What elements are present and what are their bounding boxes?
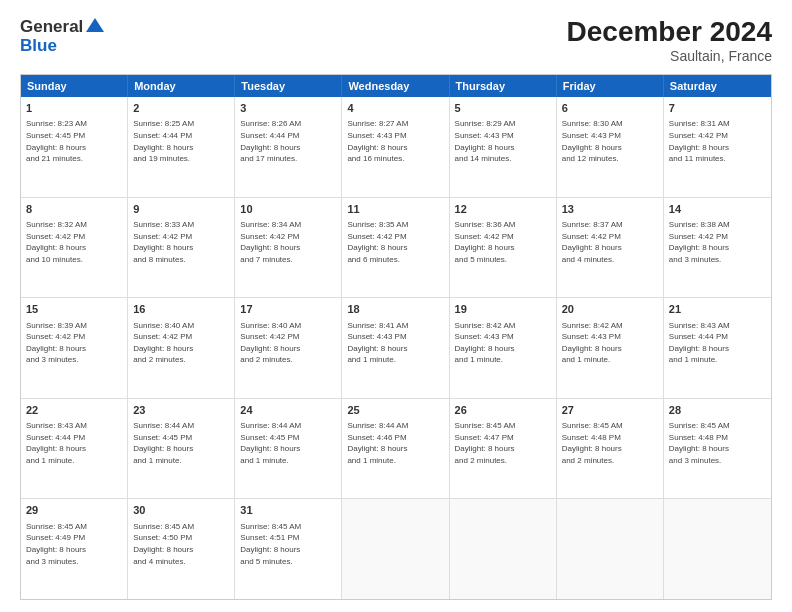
day-number: 7 (669, 101, 766, 116)
day-number: 19 (455, 302, 551, 317)
calendar-cell: 12Sunrise: 8:36 AM Sunset: 4:42 PM Dayli… (450, 198, 557, 298)
day-info: Sunrise: 8:32 AM Sunset: 4:42 PM Dayligh… (26, 219, 122, 265)
calendar-cell: 3Sunrise: 8:26 AM Sunset: 4:44 PM Daylig… (235, 97, 342, 197)
logo-icon (86, 16, 104, 34)
logo-blue-text: Blue (20, 36, 57, 56)
calendar-cell (557, 499, 664, 599)
cal-header-day: Monday (128, 75, 235, 97)
day-info: Sunrise: 8:45 AM Sunset: 4:47 PM Dayligh… (455, 420, 551, 466)
day-info: Sunrise: 8:44 AM Sunset: 4:45 PM Dayligh… (240, 420, 336, 466)
day-number: 24 (240, 403, 336, 418)
logo: General Blue (20, 16, 104, 56)
calendar-cell: 1Sunrise: 8:23 AM Sunset: 4:45 PM Daylig… (21, 97, 128, 197)
cal-header-day: Sunday (21, 75, 128, 97)
calendar-cell: 18Sunrise: 8:41 AM Sunset: 4:43 PM Dayli… (342, 298, 449, 398)
day-number: 2 (133, 101, 229, 116)
calendar-cell: 31Sunrise: 8:45 AM Sunset: 4:51 PM Dayli… (235, 499, 342, 599)
day-info: Sunrise: 8:44 AM Sunset: 4:46 PM Dayligh… (347, 420, 443, 466)
calendar-cell: 11Sunrise: 8:35 AM Sunset: 4:42 PM Dayli… (342, 198, 449, 298)
calendar-cell: 16Sunrise: 8:40 AM Sunset: 4:42 PM Dayli… (128, 298, 235, 398)
calendar-cell: 26Sunrise: 8:45 AM Sunset: 4:47 PM Dayli… (450, 399, 557, 499)
day-info: Sunrise: 8:42 AM Sunset: 4:43 PM Dayligh… (455, 320, 551, 366)
calendar-cell: 17Sunrise: 8:40 AM Sunset: 4:42 PM Dayli… (235, 298, 342, 398)
day-number: 30 (133, 503, 229, 518)
day-info: Sunrise: 8:30 AM Sunset: 4:43 PM Dayligh… (562, 118, 658, 164)
day-number: 1 (26, 101, 122, 116)
calendar-cell: 19Sunrise: 8:42 AM Sunset: 4:43 PM Dayli… (450, 298, 557, 398)
title-block: December 2024 Saultain, France (567, 16, 772, 64)
header: General Blue December 2024 Saultain, Fra… (20, 16, 772, 64)
calendar-cell: 23Sunrise: 8:44 AM Sunset: 4:45 PM Dayli… (128, 399, 235, 499)
day-info: Sunrise: 8:45 AM Sunset: 4:48 PM Dayligh… (562, 420, 658, 466)
day-info: Sunrise: 8:34 AM Sunset: 4:42 PM Dayligh… (240, 219, 336, 265)
calendar-cell: 25Sunrise: 8:44 AM Sunset: 4:46 PM Dayli… (342, 399, 449, 499)
calendar-cell: 20Sunrise: 8:42 AM Sunset: 4:43 PM Dayli… (557, 298, 664, 398)
day-info: Sunrise: 8:45 AM Sunset: 4:48 PM Dayligh… (669, 420, 766, 466)
day-info: Sunrise: 8:38 AM Sunset: 4:42 PM Dayligh… (669, 219, 766, 265)
cal-header-day: Wednesday (342, 75, 449, 97)
day-number: 29 (26, 503, 122, 518)
day-info: Sunrise: 8:33 AM Sunset: 4:42 PM Dayligh… (133, 219, 229, 265)
day-number: 26 (455, 403, 551, 418)
day-number: 4 (347, 101, 443, 116)
month-title: December 2024 (567, 16, 772, 48)
day-number: 14 (669, 202, 766, 217)
day-info: Sunrise: 8:43 AM Sunset: 4:44 PM Dayligh… (669, 320, 766, 366)
day-info: Sunrise: 8:35 AM Sunset: 4:42 PM Dayligh… (347, 219, 443, 265)
calendar-cell: 8Sunrise: 8:32 AM Sunset: 4:42 PM Daylig… (21, 198, 128, 298)
day-info: Sunrise: 8:39 AM Sunset: 4:42 PM Dayligh… (26, 320, 122, 366)
calendar-cell: 10Sunrise: 8:34 AM Sunset: 4:42 PM Dayli… (235, 198, 342, 298)
day-info: Sunrise: 8:26 AM Sunset: 4:44 PM Dayligh… (240, 118, 336, 164)
calendar-row: 29Sunrise: 8:45 AM Sunset: 4:49 PM Dayli… (21, 498, 771, 599)
calendar-cell (450, 499, 557, 599)
day-info: Sunrise: 8:41 AM Sunset: 4:43 PM Dayligh… (347, 320, 443, 366)
day-info: Sunrise: 8:42 AM Sunset: 4:43 PM Dayligh… (562, 320, 658, 366)
day-number: 10 (240, 202, 336, 217)
day-info: Sunrise: 8:45 AM Sunset: 4:51 PM Dayligh… (240, 521, 336, 567)
subtitle: Saultain, France (567, 48, 772, 64)
calendar-row: 22Sunrise: 8:43 AM Sunset: 4:44 PM Dayli… (21, 398, 771, 499)
day-number: 31 (240, 503, 336, 518)
page: General Blue December 2024 Saultain, Fra… (0, 0, 792, 612)
day-info: Sunrise: 8:23 AM Sunset: 4:45 PM Dayligh… (26, 118, 122, 164)
day-number: 25 (347, 403, 443, 418)
day-number: 9 (133, 202, 229, 217)
day-info: Sunrise: 8:29 AM Sunset: 4:43 PM Dayligh… (455, 118, 551, 164)
cal-header-day: Saturday (664, 75, 771, 97)
calendar-cell: 14Sunrise: 8:38 AM Sunset: 4:42 PM Dayli… (664, 198, 771, 298)
day-number: 28 (669, 403, 766, 418)
calendar-cell (664, 499, 771, 599)
calendar-cell: 22Sunrise: 8:43 AM Sunset: 4:44 PM Dayli… (21, 399, 128, 499)
day-number: 21 (669, 302, 766, 317)
calendar-cell: 13Sunrise: 8:37 AM Sunset: 4:42 PM Dayli… (557, 198, 664, 298)
calendar-cell: 7Sunrise: 8:31 AM Sunset: 4:42 PM Daylig… (664, 97, 771, 197)
day-number: 8 (26, 202, 122, 217)
logo-general-text: General (20, 17, 83, 37)
calendar-cell: 15Sunrise: 8:39 AM Sunset: 4:42 PM Dayli… (21, 298, 128, 398)
calendar-body: 1Sunrise: 8:23 AM Sunset: 4:45 PM Daylig… (21, 97, 771, 599)
day-number: 20 (562, 302, 658, 317)
calendar-cell: 4Sunrise: 8:27 AM Sunset: 4:43 PM Daylig… (342, 97, 449, 197)
calendar-cell: 29Sunrise: 8:45 AM Sunset: 4:49 PM Dayli… (21, 499, 128, 599)
day-number: 18 (347, 302, 443, 317)
day-info: Sunrise: 8:40 AM Sunset: 4:42 PM Dayligh… (240, 320, 336, 366)
calendar: SundayMondayTuesdayWednesdayThursdayFrid… (20, 74, 772, 600)
day-number: 11 (347, 202, 443, 217)
calendar-cell: 21Sunrise: 8:43 AM Sunset: 4:44 PM Dayli… (664, 298, 771, 398)
calendar-row: 1Sunrise: 8:23 AM Sunset: 4:45 PM Daylig… (21, 97, 771, 197)
day-number: 22 (26, 403, 122, 418)
day-number: 3 (240, 101, 336, 116)
cal-header-day: Tuesday (235, 75, 342, 97)
day-info: Sunrise: 8:27 AM Sunset: 4:43 PM Dayligh… (347, 118, 443, 164)
calendar-cell: 5Sunrise: 8:29 AM Sunset: 4:43 PM Daylig… (450, 97, 557, 197)
calendar-cell: 28Sunrise: 8:45 AM Sunset: 4:48 PM Dayli… (664, 399, 771, 499)
calendar-cell: 2Sunrise: 8:25 AM Sunset: 4:44 PM Daylig… (128, 97, 235, 197)
day-number: 5 (455, 101, 551, 116)
cal-header-day: Friday (557, 75, 664, 97)
calendar-cell: 9Sunrise: 8:33 AM Sunset: 4:42 PM Daylig… (128, 198, 235, 298)
day-number: 23 (133, 403, 229, 418)
day-number: 12 (455, 202, 551, 217)
calendar-cell: 27Sunrise: 8:45 AM Sunset: 4:48 PM Dayli… (557, 399, 664, 499)
day-info: Sunrise: 8:36 AM Sunset: 4:42 PM Dayligh… (455, 219, 551, 265)
cal-header-day: Thursday (450, 75, 557, 97)
